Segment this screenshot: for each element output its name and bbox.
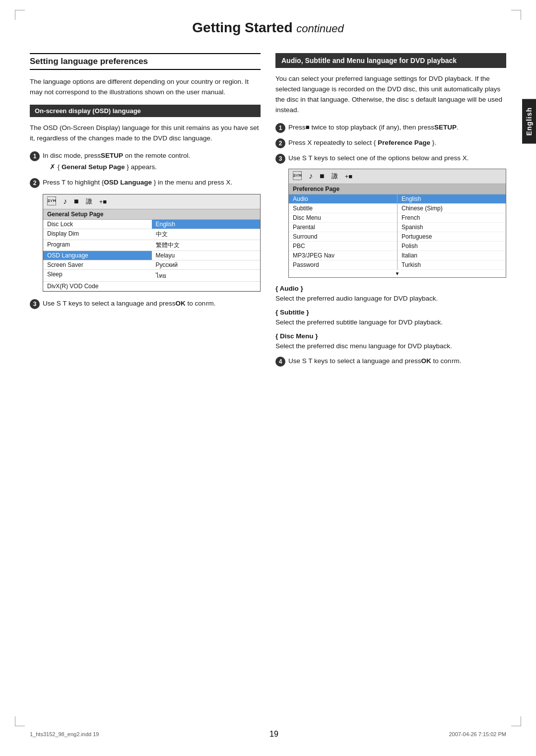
osd-text: The OSD (On-Screen Display) language for… — [30, 123, 261, 144]
right-step-2: 2 Press X repeatedly to select { Prefere… — [275, 138, 506, 148]
menu-cell-label: Sleep — [43, 270, 152, 281]
intro-text: The language options are different depen… — [30, 77, 261, 98]
menu-row: DivX(R) VOD Code — [43, 282, 260, 291]
menu-cell-value: 繁體中文 — [152, 240, 261, 251]
pref-icon-setup:  — [293, 171, 302, 182]
corner-mark-bl — [15, 716, 25, 726]
page-footer: 1_hts3152_98_eng2.indd 19 19 2007-04-26 … — [30, 730, 506, 739]
step-3-content: Use S T keys to select a language and pr… — [43, 299, 261, 309]
pref-table-title: Preference Page — [289, 184, 506, 194]
osd-menu-table:  ♪ ■ 譤 +■ General Setup Page Disc LockE… — [43, 194, 261, 292]
icon-audio: ♪ — [63, 197, 67, 206]
pref-left-row: Parental — [289, 223, 397, 232]
menu-cell-label: Screen Saver — [43, 260, 152, 269]
subsection: { Disc Menu }Select the preferred disc m… — [275, 332, 506, 351]
right-step-1: 1 Press■ twice to stop playback (if any)… — [275, 123, 506, 133]
menu-table-title: General Setup Page — [43, 209, 260, 220]
section-heading: Setting language preferences — [30, 53, 261, 70]
page-header: Getting Started continued — [30, 20, 506, 38]
footer-filename: 1_hts3152_98_eng2.indd 19 — [30, 731, 99, 737]
step-2: 2 Press T to highlight {OSD Language } i… — [30, 178, 261, 188]
pref-right-row: Polish — [398, 242, 506, 251]
pref-right-row: Portuguese — [398, 232, 506, 242]
step-3: 3 Use S T keys to select a language and … — [30, 299, 261, 309]
step-1-number: 1 — [30, 151, 40, 161]
right-step-3-number: 3 — [275, 154, 285, 164]
pref-right-row: Italian — [398, 251, 506, 260]
pref-icon-extra: +■ — [345, 173, 352, 180]
subsection-text: Select the preferred subtitle language f… — [275, 317, 506, 327]
pref-right-row: French — [398, 213, 506, 223]
pref-left-row: PBC — [289, 242, 397, 251]
step-1-sub: ✗ { General Setup Page } appears. — [50, 162, 261, 173]
menu-row: Disc LockEnglish — [43, 220, 260, 229]
menu-cell-value: 中文 — [152, 229, 261, 240]
page-title: Getting Started continued — [192, 20, 343, 35]
osd-heading: On-screen display (OSD) language — [30, 105, 261, 117]
left-column: Setting language preferences The languag… — [30, 53, 261, 372]
pref-left-row: MP3/JPEG Nav — [289, 251, 397, 260]
subsection-label: { Subtitle } — [275, 309, 506, 316]
menu-cell-value: ไทย — [152, 270, 261, 281]
menu-cell-value: English — [152, 220, 261, 229]
icon-pref: 譤 — [86, 197, 92, 206]
menu-row: Display Dim中文 — [43, 229, 260, 240]
pref-left-row: Subtitle — [289, 204, 397, 213]
step-3-number: 3 — [30, 299, 40, 309]
right-step-4-content: Use S T keys to select a language and pr… — [288, 356, 506, 367]
pref-left-col: AudioSubtitleDisc MenuParentalSurroundPB… — [289, 194, 398, 270]
pref-right-row: Turkish — [398, 260, 506, 270]
main-content: Setting language preferences The languag… — [30, 53, 506, 372]
subsection-label: { Disc Menu } — [275, 332, 506, 340]
pref-icon-video: ■ — [320, 172, 325, 181]
right-column: Audio, Subtitle and Menu language for DV… — [275, 53, 506, 372]
corner-mark-tr — [511, 10, 521, 20]
audio-intro: You can select your preferred language s… — [275, 74, 506, 116]
pref-right-col: EnglishChinese (Simp)FrenchSpanishPortug… — [398, 194, 506, 270]
menu-table-body: Disc LockEnglishDisplay Dim中文Program繁體中文… — [43, 220, 260, 291]
menu-row: Sleepไทย — [43, 270, 260, 282]
right-step-4: 4 Use S T keys to select a language and … — [275, 356, 506, 367]
menu-row: OSD LanguageMelayu — [43, 251, 260, 260]
step-1: 1 In disc mode, pressSETUP on the remote… — [30, 151, 261, 173]
menu-cell-value — [152, 282, 261, 291]
subsection: { Subtitle }Select the preferred subtitl… — [275, 309, 506, 327]
subsection: { Audio }Select the preferred audio lang… — [275, 285, 506, 304]
right-step-1-content: Press■ twice to stop playback (if any), … — [288, 123, 506, 133]
menu-cell-label: OSD Language — [43, 251, 152, 260]
scroll-arrow: ▼ — [289, 270, 506, 277]
step-2-content: Press T to highlight {OSD Language } in … — [43, 178, 261, 188]
icon-setup:  — [47, 196, 56, 207]
page-container: English Getting Started continued Settin… — [0, 0, 536, 756]
pref-table-body: AudioSubtitleDisc MenuParentalSurroundPB… — [289, 194, 506, 270]
english-tab: English — [522, 99, 536, 144]
pref-right-row: Chinese (Simp) — [398, 204, 506, 213]
menu-cell-label: DivX(R) VOD Code — [43, 282, 152, 291]
right-step-2-content: Press X repeatedly to select { Preferenc… — [288, 138, 506, 148]
pref-right-row: Spanish — [398, 223, 506, 232]
menu-cell-label: Display Dim — [43, 229, 152, 240]
audio-heading: Audio, Subtitle and Menu language for DV… — [275, 53, 506, 68]
corner-mark-tl — [15, 10, 25, 20]
corner-mark-br — [511, 716, 521, 726]
right-step-1-number: 1 — [275, 123, 285, 133]
pref-icon-audio: ♪ — [309, 172, 313, 181]
menu-row: Screen SaverРусский — [43, 260, 260, 270]
subsection-text: Select the preferred disc menu language … — [275, 341, 506, 351]
pref-icon-pref: 譤 — [332, 172, 338, 181]
step-2-number: 2 — [30, 178, 40, 188]
menu-cell-label: Disc Lock — [43, 220, 152, 229]
pref-left-row: Password — [289, 260, 397, 270]
footer-date: 2007-04-26 7:15:02 PM — [449, 731, 506, 737]
right-step-3: 3 Use S T keys to select one of the opti… — [275, 153, 506, 164]
right-step-2-number: 2 — [275, 138, 285, 148]
pref-icons-row:  ♪ ■ 譤 +■ — [289, 169, 506, 184]
pref-right-row: English — [398, 194, 506, 204]
menu-cell-value: Русский — [152, 260, 261, 269]
menu-cell-label: Program — [43, 240, 152, 251]
pref-menu-table:  ♪ ■ 譤 +■ Preference Page AudioSubtitle… — [288, 169, 506, 278]
menu-cell-value: Melayu — [152, 251, 261, 260]
page-number: 19 — [269, 730, 278, 739]
subsection-text: Select the preferred audio language for … — [275, 294, 506, 304]
icon-video: ■ — [74, 197, 79, 206]
